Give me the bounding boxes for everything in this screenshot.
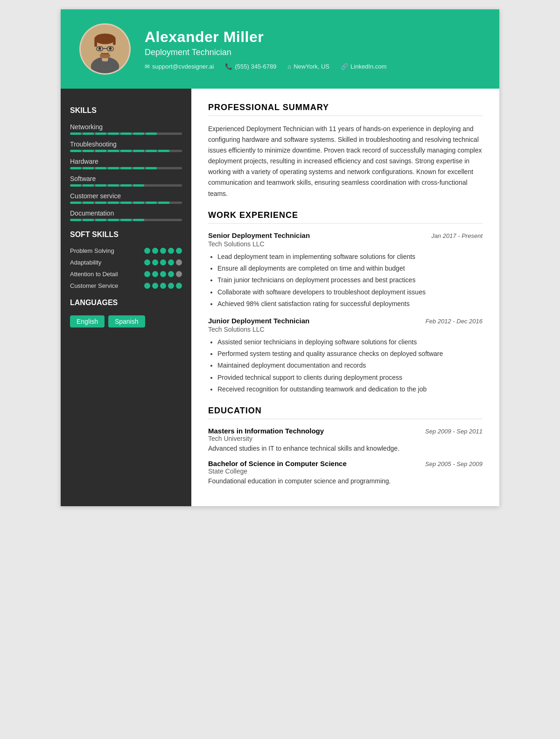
skill-bar-segment	[95, 219, 106, 221]
dot-filled	[168, 283, 174, 289]
edu-school: Tech University	[208, 435, 483, 442]
job-entry: Senior Deployment TechnicianJan 2017 - P…	[208, 231, 483, 309]
linkedin-contact: 🔗 LinkedIn.com	[341, 63, 386, 70]
skill-bar	[70, 167, 182, 169]
dot-empty	[176, 271, 182, 277]
skill-bar-segment	[70, 219, 81, 221]
header-contacts: ✉ support@cvdesigner.ai 📞 (555) 345-6789…	[145, 63, 386, 70]
skills-title: SKILLS	[70, 106, 182, 115]
job-header: Junior Deployment TechnicianFeb 2012 - D…	[208, 317, 483, 325]
skill-bar-segment	[83, 132, 94, 135]
edu-dates: Sep 2009 - Sep 2011	[425, 428, 483, 435]
skill-bar-segment	[95, 184, 106, 187]
skill-bar-segment	[146, 132, 157, 135]
skill-item: Hardware	[70, 158, 182, 169]
skill-bar	[70, 202, 182, 204]
skill-bar-segment	[158, 202, 169, 204]
skill-bar-segment	[83, 167, 94, 169]
email-contact: ✉ support@cvdesigner.ai	[145, 63, 214, 70]
skill-bar-segment	[70, 184, 81, 187]
soft-skill-name: Attention to Detail	[70, 271, 144, 278]
soft-skill-item: Problem Solving	[70, 247, 182, 254]
resume-body: SKILLS NetworkingTroubleshootingHardware…	[61, 89, 499, 506]
skill-bar-segment	[171, 167, 182, 169]
header-info: Alexander Miller Deployment Technician ✉…	[145, 28, 386, 70]
skill-name: Troubleshooting	[70, 140, 182, 148]
candidate-name: Alexander Miller	[145, 28, 386, 46]
skill-bar-segment	[133, 219, 144, 221]
job-bullet: Assisted senior technicians in deploying…	[217, 337, 483, 347]
skill-bar-segment	[158, 132, 169, 135]
edu-school: State College	[208, 467, 483, 475]
skill-bar-segment	[158, 184, 169, 187]
job-dates: Feb 2012 - Dec 2016	[426, 318, 483, 325]
soft-skill-name: Adaptability	[70, 259, 144, 266]
job-bullet: Achieved 98% client satisfaction rating …	[217, 299, 483, 309]
edu-description: Foundational education in computer scien…	[208, 477, 483, 485]
education-entry: Masters in Information TechnologySep 200…	[208, 427, 483, 452]
skill-bar-segment	[146, 150, 157, 152]
language-tag: Spanish	[108, 315, 145, 328]
edu-dates: Sep 2005 - Sep 2009	[425, 460, 483, 467]
skill-name: Customer service	[70, 192, 182, 200]
skill-bar-segment	[120, 167, 132, 169]
job-dates: Jan 2017 - Present	[431, 232, 483, 239]
skill-bar-segment	[146, 167, 157, 169]
edu-description: Advanced studies in IT to enhance techni…	[208, 445, 483, 452]
skill-bar-segment	[146, 202, 157, 204]
skill-name: Networking	[70, 123, 182, 131]
dot-filled	[160, 248, 166, 254]
skill-name: Hardware	[70, 158, 182, 165]
skill-dots	[144, 259, 182, 265]
skill-bar-segment	[95, 167, 106, 169]
edu-header: Bachelor of Science in Computer ScienceS…	[208, 460, 483, 467]
linkedin-icon: 🔗	[341, 63, 348, 70]
skill-bar	[70, 150, 182, 152]
edu-header: Masters in Information TechnologySep 200…	[208, 427, 483, 435]
dot-filled	[152, 259, 158, 265]
skill-name: Software	[70, 175, 182, 182]
soft-skill-name: Customer Service	[70, 282, 144, 289]
sidebar: SKILLS NetworkingTroubleshootingHardware…	[61, 89, 191, 506]
soft-skill-item: Adaptability	[70, 259, 182, 266]
skill-item: Documentation	[70, 209, 182, 221]
skill-bar-segment	[70, 202, 81, 204]
edu-degree: Masters in Information Technology	[208, 427, 324, 435]
soft-skills-list: Problem SolvingAdaptabilityAttention to …	[70, 247, 182, 289]
skill-name: Documentation	[70, 209, 182, 217]
skill-bar-segment	[108, 150, 119, 152]
skills-list: NetworkingTroubleshootingHardwareSoftwar…	[70, 123, 182, 221]
skill-bar-segment	[133, 167, 144, 169]
dot-filled	[160, 259, 166, 265]
skill-bar-segment	[120, 219, 132, 221]
skill-bar-segment	[133, 132, 144, 135]
edu-degree: Bachelor of Science in Computer Science	[208, 460, 347, 467]
skill-bar-segment	[83, 150, 94, 152]
job-bullet: Lead deployment team in implementing sof…	[217, 251, 483, 262]
location-contact: ⌂ NewYork, US	[287, 63, 329, 70]
dot-filled	[168, 271, 174, 277]
candidate-title: Deployment Technician	[145, 48, 386, 57]
job-title: Junior Deployment Technician	[208, 317, 309, 325]
skill-bar-segment	[108, 132, 119, 135]
jobs-list: Senior Deployment TechnicianJan 2017 - P…	[208, 231, 483, 395]
skill-bar-segment	[95, 150, 106, 152]
resume-header: Alexander Miller Deployment Technician ✉…	[61, 9, 499, 89]
skill-item: Networking	[70, 123, 182, 135]
svg-point-11	[109, 47, 112, 50]
svg-point-4	[94, 34, 115, 44]
svg-rect-5	[94, 39, 97, 47]
dot-filled	[152, 248, 158, 254]
job-bullets: Lead deployment team in implementing sof…	[208, 251, 483, 309]
phone-icon: 📞	[225, 63, 232, 70]
skill-bar-segment	[108, 219, 119, 221]
education-entry: Bachelor of Science in Computer ScienceS…	[208, 460, 483, 485]
skill-bar-segment	[171, 184, 182, 187]
soft-skill-item: Customer Service	[70, 282, 182, 289]
job-company: Tech Solutions LLC	[208, 326, 483, 333]
skill-bar-segment	[146, 184, 157, 187]
dot-filled	[160, 271, 166, 277]
dot-filled	[168, 259, 174, 265]
skill-bar-segment	[95, 202, 106, 204]
location-icon: ⌂	[287, 63, 291, 70]
